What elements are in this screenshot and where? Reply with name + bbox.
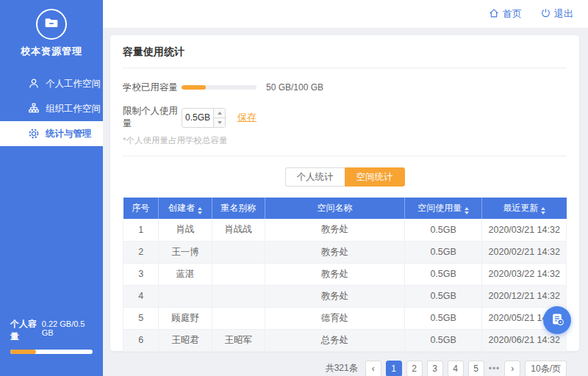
document-badge-icon <box>551 312 564 328</box>
table-row: 5顾庭野德育处0.5GB2020/05/21 14:32 <box>123 307 567 329</box>
pagination-page-2[interactable]: 2 <box>406 361 423 376</box>
pagination-page-4[interactable]: 4 <box>448 361 464 376</box>
gear-icon <box>28 128 40 140</box>
caret-down-icon <box>218 121 222 124</box>
power-icon <box>541 8 551 20</box>
home-icon <box>489 8 499 21</box>
stepper-down-button[interactable] <box>214 118 225 127</box>
app-logo <box>36 9 67 40</box>
save-link[interactable]: 保存 <box>237 111 257 124</box>
sidebar-title: 校本资源管理 <box>0 45 103 58</box>
table-row: 1肖战肖战战教务处0.5GB2020/03/21 14:32 <box>123 219 567 241</box>
table-row: 6王昭君王昭军总务处0.5GB2020/06/21 14:32 <box>123 329 567 351</box>
app-root: 校本资源管理 个人工作空间 <box>0 0 588 376</box>
col-index: 序号 <box>123 198 159 219</box>
feedback-fab-button[interactable] <box>543 306 571 334</box>
sidebar-item-personal-workspace[interactable]: 个人工作空间 <box>0 71 103 96</box>
personal-limit-stepper <box>182 108 226 128</box>
logout-link[interactable]: 退出 <box>541 7 573 21</box>
caret-up-icon <box>218 112 222 115</box>
pagination-page-3[interactable]: 3 <box>427 361 443 376</box>
school-capacity-value: 50 GB/100 GB <box>266 82 323 93</box>
pagination-page-5[interactable]: 5 <box>468 361 484 376</box>
sidebar-item-stats-management[interactable]: 统计与管理 <box>0 121 103 146</box>
pagination-page-1[interactable]: 1 <box>386 361 402 376</box>
table-row: 4教务处0.5GB2020/12/21 14:32 <box>123 285 567 307</box>
org-chart-icon <box>28 103 40 115</box>
table-row: 3蓝湛教务处0.5GB2020/03/22 14:32 <box>123 263 567 285</box>
table-header-row: 序号 创建者 重名别称 空间名称 空间使用量 最近更新 <box>123 198 567 219</box>
personal-quota-value: 0.22 GB/0.5 GB <box>42 319 93 337</box>
sidebar-item-label: 个人工作空间 <box>46 78 101 90</box>
home-link[interactable]: 首页 <box>489 7 522 21</box>
capacity-card: 容量使用统计 学校已用容量 50 GB/100 GB 限制个人使用量 保存 <box>110 35 579 351</box>
personal-quota-progressbar <box>10 350 93 354</box>
home-link-label: 首页 <box>503 7 522 21</box>
main-content: 容量使用统计 学校已用容量 50 GB/100 GB 限制个人使用量 保存 <box>103 29 588 376</box>
col-creator[interactable]: 创建者 <box>159 198 212 219</box>
personal-quota: 个人容量 0.22 GB/0.5 GB <box>10 318 93 354</box>
topbar: 首页 退出 <box>103 0 588 29</box>
pagination-ellipsis: ••• <box>489 364 501 374</box>
space-stats-table: 序号 创建者 重名别称 空间名称 空间使用量 最近更新 1肖战肖战战教务处0.5… <box>123 198 567 352</box>
table-row: 2王一博教务处0.5GB2020/02/21 14:32 <box>123 241 567 263</box>
pagination-total: 共321条 <box>326 362 358 375</box>
logout-link-label: 退出 <box>554 7 573 21</box>
col-space-name: 空间名称 <box>265 198 404 219</box>
col-space-usage[interactable]: 空间使用量 <box>404 198 482 219</box>
sort-icon[interactable] <box>465 207 469 214</box>
capacity-note: *个人使用量占用学校总容量 <box>123 135 567 156</box>
pagination-page-size-select[interactable]: 10条/页 <box>525 361 567 376</box>
personal-limit-input[interactable] <box>182 109 213 127</box>
sidebar: 校本资源管理 个人工作空间 <box>0 0 103 376</box>
personal-quota-label: 个人容量 <box>10 318 42 343</box>
sidebar-item-label: 统计与管理 <box>46 128 92 140</box>
stats-tabs: 个人统计 空间统计 <box>123 167 567 187</box>
pagination: 共321条 ‹ 1 2 3 4 5 ••• › 10条/页 <box>123 361 567 376</box>
pagination-prev-button[interactable]: ‹ <box>365 361 381 376</box>
personal-limit-row: 限制个人使用量 保存 <box>123 105 567 130</box>
school-capacity-row: 学校已用容量 50 GB/100 GB <box>123 79 567 95</box>
tab-space-stats[interactable]: 空间统计 <box>345 167 405 187</box>
sidebar-nav: 个人工作空间 组织工作空间 <box>0 71 103 146</box>
school-capacity-label: 学校已用容量 <box>123 82 182 94</box>
sidebar-item-label: 组织工作空间 <box>46 103 101 115</box>
tab-personal-stats[interactable]: 个人统计 <box>285 167 345 187</box>
school-capacity-progressbar <box>182 85 257 90</box>
user-icon <box>28 78 40 90</box>
pagination-next-button[interactable]: › <box>504 361 520 376</box>
col-last-updated[interactable]: 最近更新 <box>482 198 567 219</box>
stepper-up-button[interactable] <box>214 109 225 118</box>
sort-icon[interactable] <box>198 207 202 214</box>
page-title: 容量使用统计 <box>123 46 567 68</box>
sidebar-item-org-workspace[interactable]: 组织工作空间 <box>0 96 103 121</box>
personal-limit-label: 限制个人使用量 <box>123 105 182 130</box>
sort-icon[interactable] <box>541 207 545 214</box>
col-alias: 重名别称 <box>212 198 265 219</box>
folder-icon <box>44 16 59 32</box>
